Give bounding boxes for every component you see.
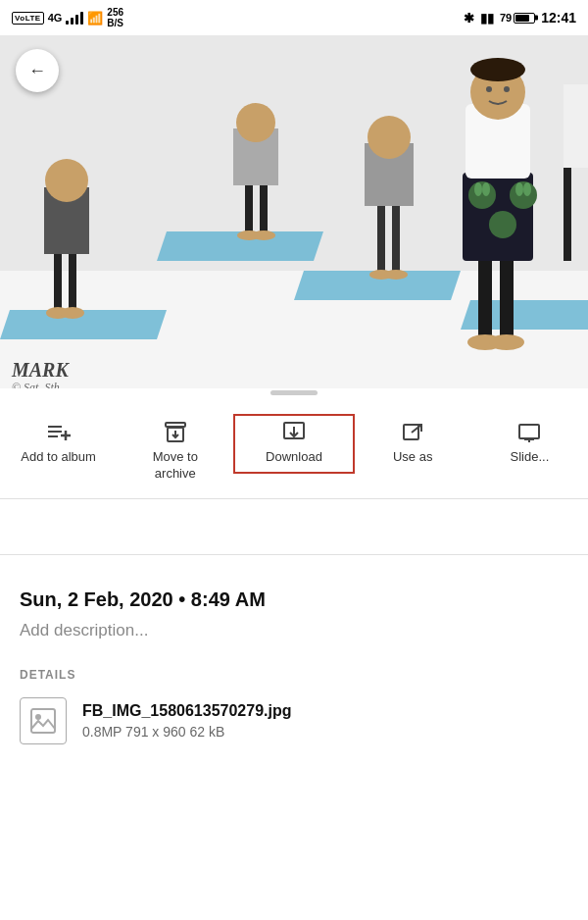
battery-body — [514, 13, 535, 24]
svg-point-29 — [468, 181, 496, 209]
back-arrow-icon: ← — [28, 61, 46, 81]
svg-rect-6 — [54, 251, 62, 310]
data-speed: 256 B/S — [107, 7, 123, 28]
svg-text:© Sat, Sth...: © Sat, Sth... — [12, 381, 69, 388]
svg-rect-41 — [564, 163, 571, 261]
svg-rect-18 — [377, 202, 385, 273]
status-left: VoLTE 4G 📶 256 B/S — [12, 7, 123, 28]
battery-fill — [515, 15, 529, 22]
svg-point-33 — [482, 182, 490, 196]
network-type: 4G — [48, 12, 63, 24]
add-description[interactable]: Add description... — [20, 621, 568, 640]
svg-rect-60 — [31, 709, 55, 733]
svg-point-39 — [486, 86, 492, 92]
signal-icon — [66, 11, 83, 25]
status-right: ✱ ▮▮ 79 12:41 — [464, 10, 576, 26]
download-label: Download — [266, 449, 322, 466]
svg-rect-19 — [392, 202, 400, 273]
file-name: FB_IMG_1580613570279.jpg — [82, 702, 291, 720]
bluetooth-icon: ✱ — [464, 11, 474, 26]
svg-point-31 — [489, 211, 516, 238]
svg-rect-50 — [166, 423, 185, 427]
watermark: wsxdn.com — [535, 905, 584, 916]
file-thumbnail-icon — [20, 697, 67, 744]
svg-point-38 — [470, 58, 525, 81]
svg-point-30 — [510, 181, 537, 209]
svg-point-32 — [474, 182, 482, 196]
image-file-icon — [29, 707, 57, 735]
svg-rect-42 — [564, 84, 588, 168]
slideshow-icon — [517, 422, 541, 443]
battery-pct: 79 — [500, 12, 512, 24]
svg-point-27 — [489, 334, 524, 350]
move-to-archive-icon — [164, 422, 187, 443]
file-details: FB_IMG_1580613570279.jpg 0.8MP 791 x 960… — [82, 702, 291, 740]
battery-icon: 79 — [500, 12, 535, 24]
volte-badge: VoLTE — [12, 12, 44, 25]
svg-rect-57 — [519, 425, 539, 438]
action-use-as[interactable]: Use as — [355, 414, 471, 474]
clock: 12:41 — [541, 10, 576, 26]
svg-point-23 — [368, 116, 411, 159]
move-to-archive-label: Move to archive — [153, 449, 198, 483]
cartoon-image: MARK © Sat, Sth... — [0, 35, 588, 388]
back-button[interactable]: ← — [16, 49, 59, 92]
status-bar: VoLTE 4G 📶 256 B/S ✱ ▮▮ 79 12:41 — [0, 0, 588, 35]
action-download[interactable]: Download — [233, 414, 354, 474]
svg-rect-7 — [69, 251, 76, 310]
action-slideshow[interactable]: Slide... — [471, 414, 588, 474]
cartoon-svg: MARK © Sat, Sth... — [0, 35, 588, 388]
use-as-label: Use as — [393, 449, 432, 466]
wifi-icon: 📶 — [87, 11, 103, 26]
add-to-album-icon — [46, 422, 72, 443]
svg-point-11 — [45, 159, 88, 202]
svg-text:MARK: MARK — [11, 359, 70, 381]
vibrate-icon: ▮▮ — [480, 11, 494, 26]
svg-rect-13 — [260, 182, 268, 233]
action-bar: Add to album Move to archive Download Us… — [0, 402, 588, 499]
photo-date: Sun, 2 Feb, 2020 • 8:49 AM — [20, 588, 568, 611]
svg-point-34 — [515, 182, 523, 196]
svg-point-61 — [35, 714, 41, 720]
svg-point-17 — [236, 103, 275, 142]
drag-handle[interactable] — [270, 390, 318, 395]
add-to-album-label: Add to album — [21, 449, 96, 466]
file-info-row: FB_IMG_1580613570279.jpg 0.8MP 791 x 960… — [20, 697, 568, 744]
download-icon — [281, 422, 307, 443]
details-label: DETAILS — [20, 668, 568, 682]
svg-point-40 — [504, 86, 510, 92]
action-move-to-archive[interactable]: Move to archive — [117, 414, 233, 490]
svg-point-35 — [523, 182, 531, 196]
use-as-icon — [401, 422, 424, 443]
svg-line-56 — [412, 425, 421, 433]
section-divider — [0, 554, 588, 555]
photo-view: MARK © Sat, Sth... — [0, 35, 588, 388]
svg-rect-12 — [245, 182, 253, 233]
action-add-to-album[interactable]: Add to album — [0, 414, 117, 474]
svg-point-15 — [252, 230, 275, 240]
svg-point-21 — [384, 270, 408, 280]
svg-rect-55 — [404, 425, 418, 439]
slideshow-label: Slide... — [511, 449, 550, 466]
info-section: Sun, 2 Feb, 2020 • 8:49 AM Add descripti… — [0, 569, 588, 744]
svg-point-9 — [61, 307, 84, 319]
file-meta: 0.8MP 791 x 960 62 kB — [82, 724, 291, 740]
